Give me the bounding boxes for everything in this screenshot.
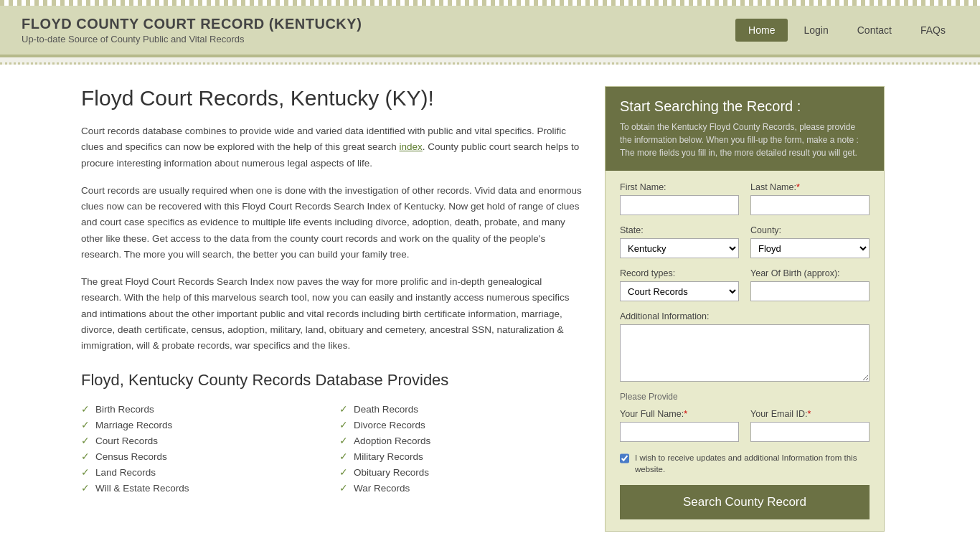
records-column-left: ✓ Birth Records ✓ Marriage Records ✓ Cou…	[81, 401, 325, 496]
list-item: ✓ War Records	[339, 480, 583, 496]
search-form-card: Start Searching the Record : To obtain t…	[605, 86, 885, 532]
list-item: ✓ Court Records	[81, 433, 325, 448]
form-header-desc: To obtain the Kentucky Floyd County Reco…	[620, 121, 870, 159]
additional-row: Additional Information:	[620, 311, 870, 382]
site-header: FLOYD COUNTY COURT RECORD (KENTUCKY) Up-…	[0, 6, 980, 57]
form-header-title: Start Searching the Record :	[620, 98, 870, 115]
site-title: FLOYD COUNTY COURT RECORD (KENTUCKY)	[22, 16, 362, 32]
state-county-row: State: Kentucky Alabama Alaska Arizona A…	[620, 225, 870, 258]
page-title: Floyd Court Records, Kentucky (KY)!	[81, 86, 583, 110]
check-icon: ✓	[81, 482, 90, 494]
nav-faqs[interactable]: FAQs	[908, 19, 958, 42]
newsletter-checkbox-row: I wish to receive updates and additional…	[620, 452, 870, 475]
state-group: State: Kentucky Alabama Alaska Arizona A…	[620, 225, 739, 258]
newsletter-checkbox[interactable]	[620, 453, 629, 463]
list-item: ✓ Death Records	[339, 401, 583, 417]
year-label: Year Of Birth (approx):	[750, 268, 870, 278]
record-type-select[interactable]: Court Records Birth Records Death Record…	[620, 281, 739, 301]
record-label: Will & Estate Records	[95, 483, 189, 494]
first-name-input[interactable]	[620, 195, 739, 215]
full-name-input[interactable]	[620, 422, 739, 442]
name-row: First Name: Last Name:*	[620, 182, 870, 215]
list-item: ✓ Will & Estate Records	[81, 480, 325, 496]
last-name-label: Last Name:*	[750, 182, 870, 192]
record-year-row: Record types: Court Records Birth Record…	[620, 268, 870, 301]
list-item: ✓ Marriage Records	[81, 417, 325, 433]
header-branding: FLOYD COUNTY COURT RECORD (KENTUCKY) Up-…	[22, 16, 362, 44]
check-icon: ✓	[339, 403, 348, 415]
email-label: Your Email ID:*	[750, 409, 870, 419]
email-input[interactable]	[750, 422, 870, 442]
records-column-right: ✓ Death Records ✓ Divorce Records ✓ Adop…	[339, 401, 583, 496]
main-container: Floyd Court Records, Kentucky (KY)! Cour…	[60, 65, 920, 551]
left-content: Floyd Court Records, Kentucky (KY)! Cour…	[81, 86, 583, 532]
record-label: Birth Records	[95, 404, 154, 415]
county-group: County: Floyd Allen Anderson Ballard	[750, 225, 870, 258]
right-panel: Start Searching the Record : To obtain t…	[605, 86, 885, 532]
additional-group: Additional Information:	[620, 311, 870, 382]
check-icon: ✓	[339, 466, 348, 478]
search-county-record-button[interactable]: Search County Record	[620, 485, 870, 519]
record-label: Death Records	[354, 404, 418, 415]
record-label: Land Records	[95, 467, 156, 478]
email-group: Your Email ID:*	[750, 409, 870, 442]
check-icon: ✓	[339, 435, 348, 446]
record-label: Census Records	[95, 451, 167, 462]
list-item: ✓ Land Records	[81, 464, 325, 480]
year-input[interactable]	[750, 281, 870, 301]
intro-paragraph-1: Court records database combines to provi…	[81, 123, 583, 171]
check-icon: ✓	[339, 482, 348, 494]
list-item: ✓ Adoption Records	[339, 433, 583, 448]
check-icon: ✓	[81, 435, 90, 446]
form-body: First Name: Last Name:* State:	[606, 171, 884, 531]
first-name-label: First Name:	[620, 182, 739, 192]
site-subtitle: Up-to-date Source of County Public and V…	[22, 34, 362, 44]
section-title: Floyd, Kentucky County Records Database …	[81, 371, 583, 390]
list-item: ✓ Obituary Records	[339, 464, 583, 480]
please-provide-label: Please Provide	[620, 392, 870, 402]
check-icon: ✓	[81, 419, 90, 430]
check-icon: ✓	[81, 451, 90, 462]
newsletter-label: I wish to receive updates and additional…	[635, 452, 870, 475]
main-nav: Home Login Contact FAQs	[735, 19, 958, 42]
check-icon: ✓	[339, 419, 348, 430]
check-icon: ✓	[81, 403, 90, 415]
nav-home[interactable]: Home	[735, 19, 788, 42]
check-icon: ✓	[81, 466, 90, 478]
list-item: ✓ Divorce Records	[339, 417, 583, 433]
form-header: Start Searching the Record : To obtain t…	[606, 87, 884, 171]
intro-paragraph-2: Court records are usually required when …	[81, 183, 583, 263]
full-name-label: Your Full Name:*	[620, 409, 739, 419]
county-select[interactable]: Floyd Allen Anderson Ballard	[750, 238, 870, 258]
record-label: Divorce Records	[354, 420, 425, 430]
header-divider	[0, 57, 980, 65]
nav-contact[interactable]: Contact	[844, 19, 905, 42]
index-link[interactable]: index	[400, 141, 423, 152]
first-name-group: First Name:	[620, 182, 739, 215]
state-select[interactable]: Kentucky Alabama Alaska Arizona Arkansas	[620, 238, 739, 258]
additional-label: Additional Information:	[620, 311, 870, 321]
check-icon: ✓	[339, 451, 348, 462]
state-label: State:	[620, 225, 739, 235]
full-name-group: Your Full Name:*	[620, 409, 739, 442]
last-name-group: Last Name:*	[750, 182, 870, 215]
record-label: Adoption Records	[354, 435, 430, 446]
top-stripe	[0, 0, 980, 6]
list-item: ✓ Military Records	[339, 448, 583, 464]
nav-login[interactable]: Login	[791, 19, 841, 42]
record-label: Marriage Records	[95, 420, 172, 430]
record-label: War Records	[354, 483, 410, 494]
list-item: ✓ Census Records	[81, 448, 325, 464]
record-label: Obituary Records	[354, 467, 429, 478]
record-label: Military Records	[354, 451, 423, 462]
records-grid: ✓ Birth Records ✓ Marriage Records ✓ Cou…	[81, 401, 583, 496]
additional-textarea[interactable]	[620, 324, 870, 382]
intro-paragraph-3: The great Floyd Court Records Search Ind…	[81, 274, 583, 354]
contact-row: Your Full Name:* Your Email ID:*	[620, 409, 870, 442]
last-name-input[interactable]	[750, 195, 870, 215]
county-label: County:	[750, 225, 870, 235]
record-label: Court Records	[95, 435, 158, 446]
record-type-group: Record types: Court Records Birth Record…	[620, 268, 739, 301]
year-group: Year Of Birth (approx):	[750, 268, 870, 301]
record-types-label: Record types:	[620, 268, 739, 278]
